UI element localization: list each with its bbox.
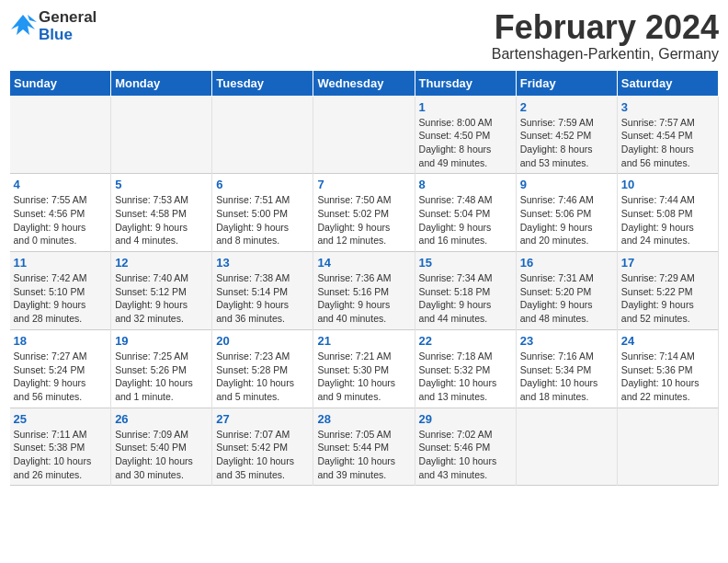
calendar-cell: 13Sunrise: 7:38 AM Sunset: 5:14 PM Dayli… (212, 252, 313, 330)
day-number: 5 (115, 178, 208, 191)
cell-content: Sunrise: 7:51 AM Sunset: 5:00 PM Dayligh… (216, 193, 309, 247)
logo-text-general: General (39, 9, 97, 27)
calendar-cell: 20Sunrise: 7:23 AM Sunset: 5:28 PM Dayli… (212, 329, 313, 408)
day-number: 21 (317, 334, 410, 348)
day-number: 22 (419, 334, 512, 348)
calendar-cell: 26Sunrise: 7:09 AM Sunset: 5:40 PM Dayli… (111, 408, 212, 486)
day-number: 6 (216, 178, 309, 191)
cell-content: Sunrise: 7:42 AM Sunset: 5:10 PM Dayligh… (14, 271, 108, 326)
calendar-cell (313, 96, 415, 174)
logo: General Blue (9, 9, 97, 43)
calendar-cell: 24Sunrise: 7:14 AM Sunset: 5:36 PM Dayli… (617, 329, 718, 408)
calendar-week-row: 25Sunrise: 7:11 AM Sunset: 5:38 PM Dayli… (10, 408, 719, 486)
calendar-cell: 6Sunrise: 7:51 AM Sunset: 5:00 PM Daylig… (212, 174, 313, 252)
weekday-header-sunday: Sunday (10, 70, 111, 96)
day-number: 29 (419, 412, 512, 426)
day-number: 26 (115, 412, 208, 426)
day-number: 11 (14, 256, 108, 270)
weekday-header-wednesday: Wednesday (313, 70, 415, 96)
calendar-header-row: SundayMondayTuesdayWednesdayThursdayFrid… (10, 70, 719, 96)
calendar-cell: 5Sunrise: 7:53 AM Sunset: 4:58 PM Daylig… (111, 174, 212, 252)
day-number: 2 (520, 100, 613, 114)
cell-content: Sunrise: 7:57 AM Sunset: 4:54 PM Dayligh… (621, 116, 714, 170)
cell-content: Sunrise: 7:16 AM Sunset: 5:34 PM Dayligh… (520, 350, 613, 404)
cell-content: Sunrise: 7:21 AM Sunset: 5:30 PM Dayligh… (317, 350, 410, 404)
calendar-cell: 9Sunrise: 7:46 AM Sunset: 5:06 PM Daylig… (516, 174, 617, 252)
day-number: 8 (419, 178, 512, 191)
cell-content: Sunrise: 7:05 AM Sunset: 5:44 PM Dayligh… (317, 428, 410, 482)
calendar-cell: 18Sunrise: 7:27 AM Sunset: 5:24 PM Dayli… (10, 329, 111, 408)
calendar-cell: 3Sunrise: 7:57 AM Sunset: 4:54 PM Daylig… (617, 96, 718, 174)
cell-content: Sunrise: 7:07 AM Sunset: 5:42 PM Dayligh… (216, 428, 309, 482)
title-area: February 2024 Bartenshagen-Parkentin, Ge… (492, 9, 719, 63)
month-title: February 2024 (492, 9, 719, 46)
cell-content: Sunrise: 7:53 AM Sunset: 4:58 PM Dayligh… (115, 193, 208, 247)
calendar-cell: 1Sunrise: 8:00 AM Sunset: 4:50 PM Daylig… (415, 96, 516, 174)
day-number: 16 (520, 256, 613, 270)
cell-content: Sunrise: 7:18 AM Sunset: 5:32 PM Dayligh… (419, 350, 512, 404)
cell-content: Sunrise: 7:29 AM Sunset: 5:22 PM Dayligh… (621, 271, 714, 326)
day-number: 12 (115, 256, 208, 270)
svg-marker-1 (28, 15, 37, 22)
day-number: 14 (317, 256, 410, 270)
cell-content: Sunrise: 7:40 AM Sunset: 5:12 PM Dayligh… (115, 271, 208, 326)
day-number: 17 (621, 256, 714, 270)
calendar-cell (617, 408, 718, 486)
cell-content: Sunrise: 8:00 AM Sunset: 4:50 PM Dayligh… (419, 116, 512, 170)
day-number: 13 (216, 256, 309, 270)
cell-content: Sunrise: 7:55 AM Sunset: 4:56 PM Dayligh… (14, 193, 108, 247)
cell-content: Sunrise: 7:31 AM Sunset: 5:20 PM Dayligh… (520, 271, 613, 326)
calendar-cell: 8Sunrise: 7:48 AM Sunset: 5:04 PM Daylig… (415, 174, 516, 252)
weekday-header-saturday: Saturday (617, 70, 718, 96)
day-number: 24 (621, 334, 714, 348)
calendar-cell: 25Sunrise: 7:11 AM Sunset: 5:38 PM Dayli… (10, 408, 111, 486)
calendar-week-row: 4Sunrise: 7:55 AM Sunset: 4:56 PM Daylig… (10, 174, 719, 252)
calendar-cell: 22Sunrise: 7:18 AM Sunset: 5:32 PM Dayli… (415, 329, 516, 408)
calendar-cell: 4Sunrise: 7:55 AM Sunset: 4:56 PM Daylig… (10, 174, 111, 252)
day-number: 19 (115, 334, 208, 348)
day-number: 23 (520, 334, 613, 348)
weekday-header-monday: Monday (111, 70, 212, 96)
weekday-header-thursday: Thursday (415, 70, 516, 96)
calendar-cell: 21Sunrise: 7:21 AM Sunset: 5:30 PM Dayli… (313, 329, 415, 408)
cell-content: Sunrise: 7:36 AM Sunset: 5:16 PM Dayligh… (317, 271, 410, 326)
calendar-cell: 27Sunrise: 7:07 AM Sunset: 5:42 PM Dayli… (212, 408, 313, 486)
calendar-cell: 19Sunrise: 7:25 AM Sunset: 5:26 PM Dayli… (111, 329, 212, 408)
day-number: 3 (621, 100, 714, 114)
calendar-cell: 17Sunrise: 7:29 AM Sunset: 5:22 PM Dayli… (617, 252, 718, 330)
day-number: 1 (419, 100, 512, 114)
day-number: 27 (216, 412, 309, 426)
calendar-cell: 10Sunrise: 7:44 AM Sunset: 5:08 PM Dayli… (617, 174, 718, 252)
calendar-cell (111, 96, 212, 174)
calendar-cell: 28Sunrise: 7:05 AM Sunset: 5:44 PM Dayli… (313, 408, 415, 486)
cell-content: Sunrise: 7:34 AM Sunset: 5:18 PM Dayligh… (419, 271, 512, 326)
calendar-week-row: 11Sunrise: 7:42 AM Sunset: 5:10 PM Dayli… (10, 252, 719, 330)
calendar-cell (212, 96, 313, 174)
page-header: General Blue February 2024 Bartenshagen-… (9, 9, 719, 63)
weekday-header-tuesday: Tuesday (212, 70, 313, 96)
cell-content: Sunrise: 7:23 AM Sunset: 5:28 PM Dayligh… (216, 350, 309, 404)
calendar-cell: 15Sunrise: 7:34 AM Sunset: 5:18 PM Dayli… (415, 252, 516, 330)
cell-content: Sunrise: 7:38 AM Sunset: 5:14 PM Dayligh… (216, 271, 309, 326)
cell-content: Sunrise: 7:48 AM Sunset: 5:04 PM Dayligh… (419, 193, 512, 247)
calendar-cell: 12Sunrise: 7:40 AM Sunset: 5:12 PM Dayli… (111, 252, 212, 330)
weekday-header-friday: Friday (516, 70, 617, 96)
cell-content: Sunrise: 7:02 AM Sunset: 5:46 PM Dayligh… (419, 428, 512, 482)
logo-text-blue: Blue (39, 27, 97, 44)
calendar-cell (516, 408, 617, 486)
day-number: 10 (621, 178, 714, 191)
cell-content: Sunrise: 7:25 AM Sunset: 5:26 PM Dayligh… (115, 350, 208, 404)
cell-content: Sunrise: 7:27 AM Sunset: 5:24 PM Dayligh… (14, 350, 108, 404)
calendar-cell: 23Sunrise: 7:16 AM Sunset: 5:34 PM Dayli… (516, 329, 617, 408)
cell-content: Sunrise: 7:59 AM Sunset: 4:52 PM Dayligh… (520, 116, 613, 170)
cell-content: Sunrise: 7:46 AM Sunset: 5:06 PM Dayligh… (520, 193, 613, 247)
cell-content: Sunrise: 7:09 AM Sunset: 5:40 PM Dayligh… (115, 428, 208, 482)
cell-content: Sunrise: 7:50 AM Sunset: 5:02 PM Dayligh… (317, 193, 410, 247)
cell-content: Sunrise: 7:44 AM Sunset: 5:08 PM Dayligh… (621, 193, 714, 247)
calendar-cell: 7Sunrise: 7:50 AM Sunset: 5:02 PM Daylig… (313, 174, 415, 252)
calendar-table: SundayMondayTuesdayWednesdayThursdayFrid… (9, 70, 719, 487)
logo-icon (9, 13, 37, 40)
day-number: 15 (419, 256, 512, 270)
day-number: 25 (14, 412, 108, 426)
day-number: 9 (520, 178, 613, 191)
